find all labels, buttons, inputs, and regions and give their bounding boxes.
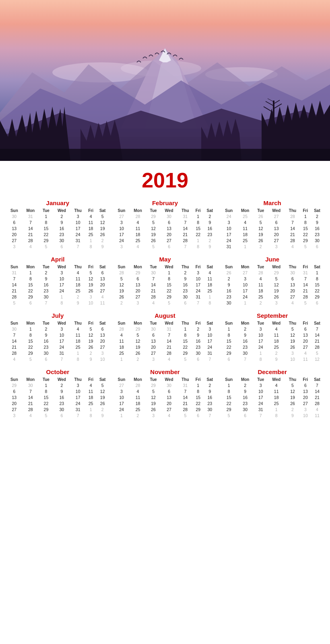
calendar-day: 18	[237, 231, 254, 237]
month-block-december: DecemberSunMonTueWedThuFriSat12345678910…	[219, 365, 326, 422]
calendar-day: 7	[237, 356, 254, 362]
calendar-day: 21	[22, 400, 39, 406]
day-header: Fri	[300, 208, 311, 213]
calendar-day: 11	[268, 388, 285, 394]
calendar-day: 8	[178, 332, 193, 338]
calendar-day: 28	[311, 344, 324, 350]
calendar-day: 3	[268, 300, 285, 306]
calendar-day: 5	[6, 300, 22, 306]
calendar-day: 19	[85, 338, 96, 344]
calendar-day: 29	[161, 294, 178, 300]
month-table: SunMonTueWedThuFriSat1234567891011121314…	[221, 321, 324, 362]
calendar-day: 7	[22, 388, 39, 394]
calendar-day: 12	[114, 282, 130, 288]
calendar-day: 11	[129, 225, 146, 231]
calendar-day: 6	[96, 326, 109, 332]
calendar-day: 16	[203, 225, 216, 231]
day-header: Sat	[96, 264, 109, 270]
calendar-day: 30	[161, 382, 178, 388]
calendar-day: 18	[114, 344, 130, 350]
calendar-day: 9	[311, 219, 324, 225]
calendar-day: 23	[311, 231, 324, 237]
calendar-day: 31	[70, 237, 86, 243]
calendar-day: 17	[114, 231, 130, 237]
calendar-day: 21	[22, 231, 39, 237]
calendar-day: 18	[254, 288, 268, 294]
month-table: SunMonTueWedThuFriSat2627282930311234567…	[221, 264, 324, 306]
calendar-day: 28	[161, 350, 178, 356]
day-header: Thu	[178, 208, 193, 213]
calendar-day: 22	[22, 288, 39, 294]
calendar-day: 30	[53, 237, 70, 243]
calendar-day: 13	[96, 276, 109, 282]
calendar-day: 9	[203, 388, 216, 394]
day-header: Mon	[129, 377, 146, 382]
calendar-day: 16	[39, 282, 53, 288]
day-header: Mon	[237, 321, 254, 326]
calendar-day: 5	[146, 388, 161, 394]
calendar-day: 7	[311, 382, 324, 388]
month-table: SunMonTueWedThuFriSat2930123456789101112…	[6, 377, 109, 418]
calendar-day: 26	[254, 237, 268, 243]
calendar-day: 22	[39, 231, 53, 237]
calendar-day: 1	[85, 406, 96, 412]
calendar-day: 22	[22, 344, 39, 350]
calendar-day: 31	[193, 294, 203, 300]
calendar-day: 2	[268, 350, 285, 356]
calendar-day: 10	[53, 332, 70, 338]
calendar-day: 14	[22, 394, 39, 400]
calendar-day: 28	[178, 406, 193, 412]
calendar-day: 23	[39, 288, 53, 294]
month-title: October	[6, 368, 109, 375]
calendar-day: 27	[268, 237, 285, 243]
month-table: SunMonTueWedThuFriSat2829301234567891011…	[114, 264, 217, 306]
calendar-day: 20	[96, 282, 109, 288]
calendar-day: 6	[96, 270, 109, 276]
calendar-day: 30	[178, 294, 193, 300]
day-header: Mon	[237, 377, 254, 382]
calendar-day: 10	[254, 388, 268, 394]
calendar-day: 5	[311, 350, 324, 356]
calendar-day: 2	[96, 406, 109, 412]
calendar-day: 4	[311, 406, 324, 412]
calendar-day: 3	[221, 219, 237, 225]
calendar-day: 4	[285, 300, 300, 306]
calendar-day: 8	[39, 388, 53, 394]
calendar-day: 15	[193, 225, 203, 231]
day-header: Fri	[193, 377, 203, 382]
calendar-day: 10	[114, 394, 130, 400]
calendar-day: 15	[300, 225, 311, 231]
calendar-day: 19	[96, 394, 109, 400]
calendar-day: 23	[237, 344, 254, 350]
calendar-day: 13	[161, 394, 178, 400]
calendar-day: 3	[6, 243, 22, 249]
calendar-day: 30	[146, 326, 161, 332]
calendar-day: 12	[254, 225, 268, 231]
day-header: Wed	[268, 377, 285, 382]
calendar-day: 29	[300, 237, 311, 243]
calendar-day: 3	[114, 388, 130, 394]
calendar-day: 29	[268, 270, 285, 276]
calendar-day: 9	[39, 332, 53, 338]
calendar-day: 25	[203, 288, 216, 294]
day-header: Sat	[203, 321, 216, 326]
calendar-day: 6	[129, 276, 146, 282]
calendar-day: 24	[221, 237, 237, 243]
calendar-day: 21	[6, 344, 22, 350]
calendar-day: 6	[193, 412, 203, 418]
month-title: December	[221, 368, 324, 375]
calendar-day: 10	[254, 332, 268, 338]
calendar-day: 5	[146, 243, 161, 249]
month-title: March	[221, 200, 324, 206]
calendar-day: 30	[22, 382, 39, 388]
calendar-day: 6	[22, 300, 39, 306]
calendar-day: 1	[237, 243, 254, 249]
month-table: SunMonTueWedThuFriSat2728293031123456789…	[114, 208, 217, 249]
calendar-day: 23	[237, 400, 254, 406]
day-header: Tue	[146, 377, 161, 382]
day-header: Tue	[146, 208, 161, 213]
calendar-day: 24	[53, 288, 70, 294]
calendar-day: 11	[203, 276, 216, 282]
calendar-day: 2	[221, 276, 237, 282]
calendar-day: 19	[268, 288, 285, 294]
